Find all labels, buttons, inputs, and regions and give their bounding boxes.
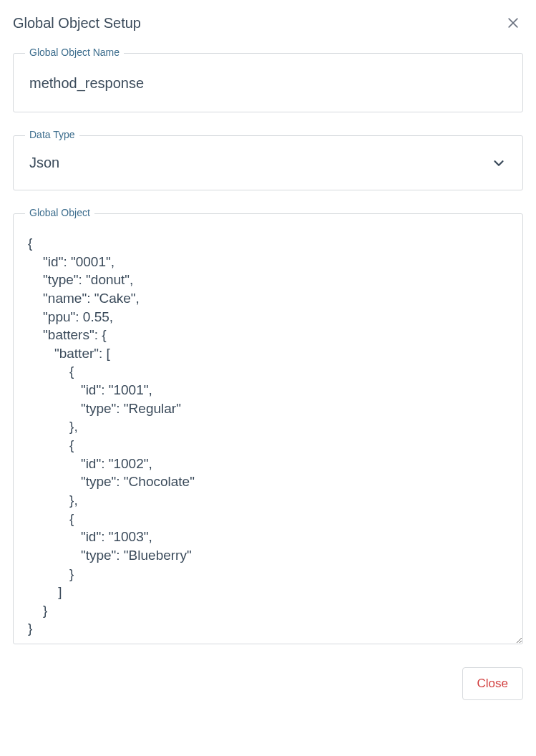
dialog-title: Global Object Setup bbox=[13, 15, 141, 32]
field-label: Data Type bbox=[25, 129, 79, 140]
dialog-footer: Close bbox=[13, 662, 523, 700]
field-label: Global Object Name bbox=[25, 47, 124, 58]
global-object-name-input[interactable] bbox=[14, 54, 522, 112]
data-type-value: Json bbox=[29, 155, 59, 171]
global-object-textarea[interactable] bbox=[14, 214, 522, 644]
chevron-down-icon bbox=[491, 155, 507, 171]
data-type-select[interactable]: Json bbox=[14, 136, 522, 190]
global-object-field: Global Object bbox=[13, 213, 523, 644]
close-icon[interactable] bbox=[503, 13, 523, 33]
dialog-header: Global Object Setup bbox=[13, 13, 523, 33]
global-object-name-field: Global Object Name bbox=[13, 53, 523, 112]
close-button[interactable]: Close bbox=[462, 667, 523, 700]
field-label: Global Object bbox=[25, 207, 94, 218]
data-type-field: Data Type Json bbox=[13, 135, 523, 190]
